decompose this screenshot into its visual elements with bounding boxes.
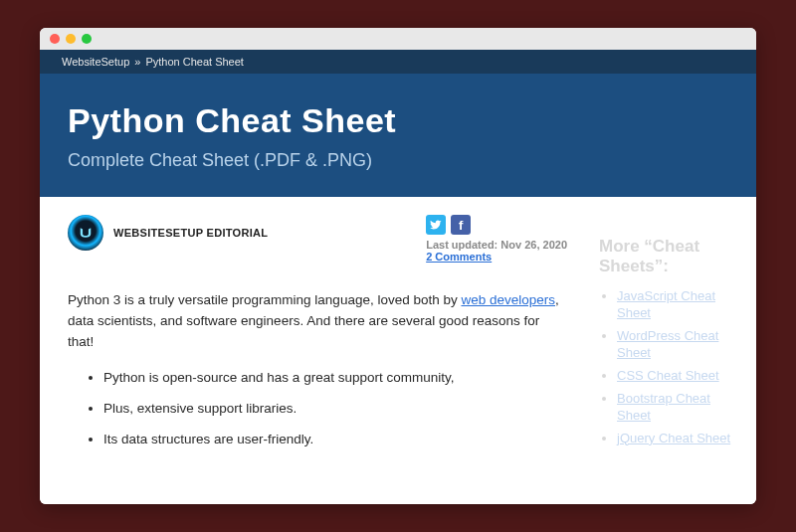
list-item: WordPress Cheat Sheet [617, 327, 738, 362]
list-item: Plus, extensive support libraries. [103, 400, 567, 419]
browser-window: WebsiteSetup » Python Cheat Sheet Python… [40, 28, 756, 504]
list-item: Bootstrap Cheat Sheet [617, 390, 738, 425]
avatar [68, 215, 103, 251]
sidebar-link-javascript[interactable]: JavaScript Cheat Sheet [617, 288, 715, 321]
twitter-icon [430, 219, 442, 231]
sidebar-title: More “Cheat Sheets”: [599, 237, 738, 277]
logo-icon [79, 226, 93, 240]
list-item: Python is open-source and has a great su… [103, 369, 567, 388]
close-icon[interactable] [50, 34, 60, 44]
page-subtitle: Complete Cheat Sheet (.PDF & .PNG) [68, 150, 728, 171]
bullet-list: Python is open-source and has a great su… [68, 369, 567, 449]
meta-row: WEBSITESETUP EDITORIAL f Last updated: N… [68, 215, 567, 263]
content: WEBSITESETUP EDITORIAL f Last updated: N… [40, 197, 756, 504]
social-buttons: f [426, 215, 567, 235]
main-column: WEBSITESETUP EDITORIAL f Last updated: N… [40, 197, 595, 504]
page-title: Python Cheat Sheet [68, 101, 728, 140]
sidebar-link-css[interactable]: CSS Cheat Sheet [617, 368, 719, 383]
breadcrumb: WebsiteSetup » Python Cheat Sheet [40, 50, 756, 74]
sidebar-list: JavaScript Cheat Sheet WordPress Cheat S… [599, 287, 738, 446]
web-developers-link[interactable]: web developers [461, 292, 555, 307]
list-item: Its data structures are user-friendly. [103, 431, 567, 449]
list-item: JavaScript Cheat Sheet [617, 287, 738, 322]
maximize-icon[interactable] [82, 34, 92, 44]
minimize-icon[interactable] [66, 34, 76, 44]
breadcrumb-leaf: Python Cheat Sheet [145, 56, 243, 68]
sidebar-link-wordpress[interactable]: WordPress Cheat Sheet [617, 328, 718, 361]
sidebar: More “Cheat Sheets”: JavaScript Cheat Sh… [595, 197, 756, 504]
last-updated: Last updated: Nov 26, 2020 [426, 239, 567, 251]
hero: Python Cheat Sheet Complete Cheat Sheet … [40, 74, 756, 197]
list-item: CSS Cheat Sheet [617, 367, 738, 385]
titlebar [40, 28, 756, 50]
comments-link[interactable]: 2 Comments [426, 251, 567, 263]
author-name: WEBSITESETUP EDITORIAL [113, 227, 416, 239]
list-item: jQuery Cheat Sheet [617, 430, 738, 447]
intro-text-pre: Python 3 is a truly versatile programmin… [68, 292, 461, 307]
intro-paragraph: Python 3 is a truly versatile programmin… [68, 290, 567, 353]
facebook-icon: f [459, 218, 463, 233]
meta-right: f Last updated: Nov 26, 2020 2 Comments [426, 215, 567, 263]
facebook-share-button[interactable]: f [451, 215, 471, 235]
breadcrumb-root[interactable]: WebsiteSetup [62, 56, 129, 68]
breadcrumb-separator: » [134, 56, 140, 68]
sidebar-link-bootstrap[interactable]: Bootstrap Cheat Sheet [617, 391, 710, 424]
sidebar-link-jquery[interactable]: jQuery Cheat Sheet [617, 431, 730, 445]
twitter-share-button[interactable] [426, 215, 446, 235]
